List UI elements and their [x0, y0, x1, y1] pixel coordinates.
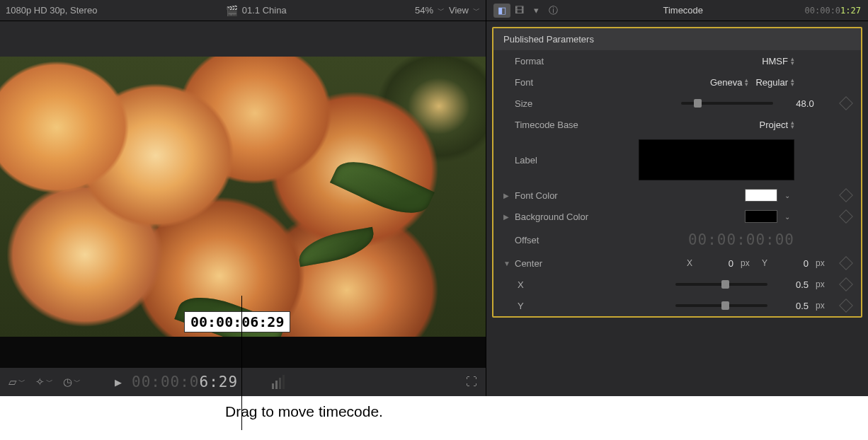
font-style-value: Regular: [755, 77, 788, 88]
chevron-down-icon: ﹀: [18, 377, 25, 387]
zoom-percentage-menu[interactable]: 54% ﹀: [415, 5, 445, 16]
view-menu[interactable]: View ﹀: [449, 5, 480, 16]
param-label: Font: [515, 77, 533, 88]
center-y-slider[interactable]: [675, 304, 767, 307]
param-row-background-color: ▶Background Color ⌄: [493, 206, 861, 227]
unit-label: px: [816, 279, 830, 289]
x-axis-label: X: [687, 258, 692, 268]
center-y-value-field[interactable]: 0.5: [775, 301, 809, 311]
timecode-base-popup[interactable]: Project ▴▾: [760, 120, 794, 130]
inspector-header: ◧ 🎞 ▾ ⓘ Timecode 00:00:01:27: [486, 0, 868, 21]
param-row-format: Format HMSF ▴▾: [493, 50, 861, 71]
label-text-field[interactable]: [639, 139, 794, 180]
play-button[interactable]: ▶: [115, 377, 122, 388]
generator-icon: ◧: [498, 5, 506, 16]
duration-accent: 1:27: [840, 6, 861, 16]
annotation-caption: Drag to move timecode.: [225, 403, 383, 420]
font-style-popup[interactable]: Regular ▴▾: [755, 77, 794, 88]
font-family-popup[interactable]: Geneva ▴▾: [710, 77, 749, 88]
disclosure-right-icon[interactable]: ▶: [503, 192, 510, 199]
stepper-arrows-icon: ▴▾: [745, 78, 748, 86]
param-label: Center: [515, 258, 542, 269]
param-label: Font Color: [515, 190, 558, 201]
unit-label: px: [816, 258, 830, 268]
timecode-base-value: Project: [760, 120, 788, 130]
playhead-timecode[interactable]: 00:00:06:29: [132, 374, 238, 390]
param-label: Size: [515, 98, 532, 109]
format-label: 1080p HD 30p, Stereo: [6, 5, 97, 16]
inspector-title: Timecode: [566, 5, 801, 16]
param-row-size: Size 48.0: [493, 93, 861, 114]
viewer-letterbox: [0, 337, 486, 368]
slider-thumb[interactable]: [721, 301, 729, 310]
disclosure-down-icon[interactable]: ▼: [503, 260, 510, 267]
keyframe-button[interactable]: [839, 188, 853, 202]
stepper-arrows-icon: ▴▾: [791, 57, 794, 65]
triangle-icon: ▾: [534, 5, 539, 16]
viewer-toolbar: ▱﹀ ✧﹀ ◷﹀ ▶ 00:00:06:29 ⛶: [0, 368, 486, 396]
param-row-offset: Offset 00:00:00:00: [493, 227, 861, 253]
keyframe-button[interactable]: [839, 256, 853, 270]
keyframe-button[interactable]: [839, 299, 853, 313]
wand-icon: ✧: [35, 376, 45, 388]
keyframe-button[interactable]: [839, 209, 853, 224]
fullscreen-button[interactable]: ⛶: [466, 376, 477, 388]
retime-tool-menu[interactable]: ◷﹀: [63, 376, 81, 388]
background-color-swatch[interactable]: [745, 210, 777, 223]
tab-color[interactable]: ▾: [527, 4, 544, 18]
section-header: Published Parameters: [493, 28, 861, 50]
format-popup[interactable]: HMSF ▴▾: [762, 56, 794, 66]
font-color-swatch[interactable]: [745, 189, 777, 202]
param-label: X: [518, 279, 524, 290]
stepper-arrows-icon: ▴▾: [791, 120, 794, 129]
offset-timecode-field[interactable]: 00:00:00:00: [688, 231, 794, 248]
viewer-canvas[interactable]: 00:00:06:29: [0, 57, 486, 337]
param-label: Y: [518, 301, 524, 311]
center-x-value-field[interactable]: 0.5: [775, 279, 809, 290]
format-value: HMSF: [762, 56, 788, 66]
chevron-down-icon: ﹀: [438, 6, 445, 16]
color-picker-dropdown[interactable]: ⌄: [784, 213, 790, 221]
inspector-tabs: ◧ 🎞 ▾ ⓘ: [493, 4, 561, 18]
enhance-tool-menu[interactable]: ✧﹀: [35, 376, 53, 388]
slider-thumb[interactable]: [721, 280, 729, 289]
timecode-dim-part: 00:00:0: [132, 374, 200, 390]
param-row-font-color: ▶Font Color ⌄: [493, 185, 861, 206]
zoom-percentage-value: 54%: [415, 5, 433, 16]
crop-tool-menu[interactable]: ▱﹀: [8, 376, 25, 388]
viewer-pane: 1080p HD 30p, Stereo 🎬 01.1 China 54% ﹀ …: [0, 0, 486, 396]
param-row-center: ▼Center X 0 px Y 0 px: [493, 253, 861, 274]
slider-thumb[interactable]: [694, 99, 702, 108]
keyframe-button[interactable]: [839, 96, 853, 110]
tab-video[interactable]: 🎞: [510, 4, 527, 18]
inspector-pane: ◧ 🎞 ▾ ⓘ Timecode 00:00:01:27 Published P…: [486, 0, 868, 396]
viewer-header: 1080p HD 30p, Stereo 🎬 01.1 China 54% ﹀ …: [0, 0, 486, 21]
duration-dim: 00:00:0: [805, 6, 841, 16]
unit-label: px: [816, 301, 830, 311]
disclosure-right-icon[interactable]: ▶: [503, 213, 510, 221]
chevron-down-icon: ﹀: [473, 6, 480, 16]
tab-generator[interactable]: ◧: [493, 4, 510, 18]
chevron-down-icon: ﹀: [46, 377, 53, 387]
tab-info[interactable]: ⓘ: [544, 4, 561, 18]
param-row-timecode-base: Timecode Base Project ▴▾: [493, 114, 861, 135]
center-x-slider[interactable]: [675, 283, 767, 286]
color-picker-dropdown[interactable]: ⌄: [784, 192, 790, 199]
param-label: Format: [515, 56, 544, 66]
keyframe-button[interactable]: [839, 277, 853, 291]
annotation-leader-line: [241, 296, 242, 430]
inspector-duration: 00:00:01:27: [805, 6, 861, 16]
clip-name-label: 01.1 China: [242, 5, 287, 16]
font-family-value: Geneva: [710, 77, 743, 88]
chevron-down-icon: ﹀: [74, 377, 81, 387]
param-row-center-y: Y 0.5 px: [493, 295, 861, 316]
size-value-field[interactable]: 48.0: [780, 98, 830, 109]
center-y-field[interactable]: 0: [775, 258, 809, 269]
param-row-font: Font Geneva ▴▾ Regular ▴▾: [493, 71, 861, 93]
size-slider[interactable]: [681, 102, 773, 105]
timecode-overlay[interactable]: 00:00:06:29: [184, 311, 290, 332]
param-row-label: Label: [493, 135, 861, 185]
published-parameters-panel: Published Parameters Format HMSF ▴▾ Font…: [492, 27, 862, 318]
stepper-arrows-icon: ▴▾: [791, 78, 794, 86]
center-x-field[interactable]: 0: [699, 258, 733, 269]
